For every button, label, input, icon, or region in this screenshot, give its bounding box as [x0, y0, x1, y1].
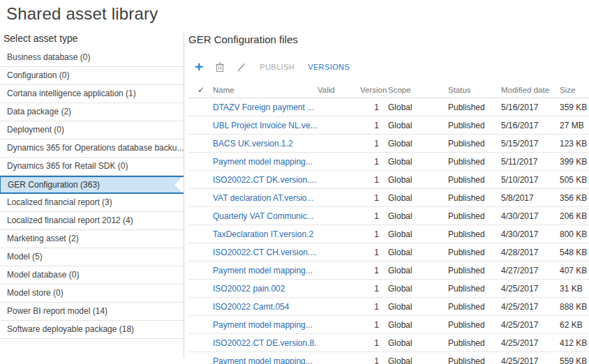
asset-type-label: GER Configuration (363): [8, 180, 100, 190]
col-header-scope[interactable]: Scope: [388, 86, 448, 94]
scope-cell: Global: [388, 193, 448, 203]
table-row[interactable]: Payment model mapping... 1 Global Publis…: [188, 153, 589, 171]
edit-pencil-icon[interactable]: [237, 62, 246, 72]
table-row[interactable]: ISO20022.CT DE.version.8... 1 Global Pub…: [188, 334, 589, 352]
main-panels: Select asset type Business database (0) …: [0, 33, 589, 358]
asset-type-item[interactable]: Business database (0): [0, 49, 184, 67]
asset-type-item[interactable]: Cortana intelligence application (1): [0, 85, 184, 103]
modified-date-cell: 5/16/2017: [501, 103, 560, 112]
table-row[interactable]: UBL Project Invoice NL.ve... 1 Global Pu…: [188, 116, 589, 135]
table-row[interactable]: ISO20022.CT CH.version.... 1 Global Publ…: [188, 243, 589, 261]
content-panel: GER Configuration files +: [184, 33, 589, 358]
asset-type-item[interactable]: Marketing asset (2): [0, 230, 184, 248]
table-row[interactable]: DTAZV Foreign payment ... 1 Global Publi…: [188, 98, 589, 116]
table-row[interactable]: Quarterly VAT Communic... 1 Global Publi…: [188, 207, 589, 225]
version-cell: 1: [360, 103, 388, 112]
asset-type-label: Localized financial report 2012 (4): [7, 215, 133, 225]
table-row[interactable]: Payment model mapping... 1 Global Publis…: [188, 261, 589, 280]
size-cell: 407 KB: [560, 266, 589, 275]
modified-date-cell: 4/25/2017: [501, 338, 560, 348]
file-name-link[interactable]: BACS UK.version.1.2: [213, 139, 293, 149]
file-name-link[interactable]: Payment model mapping...: [213, 266, 313, 275]
asset-type-label: Deployment (0): [7, 125, 64, 135]
asset-type-label: Model (5): [7, 252, 43, 261]
modified-date-cell: 5/11/2017: [501, 157, 560, 167]
toolbar: +: [188, 59, 589, 75]
size-cell: 505 KB: [560, 175, 589, 185]
size-cell: 206 KB: [560, 211, 589, 221]
add-icon[interactable]: +: [195, 60, 203, 74]
file-name-link[interactable]: ISO20022.CT DK.version....: [213, 175, 317, 185]
table-row[interactable]: TaxDeclaration IT.version.2 1 Global Pub…: [188, 225, 589, 243]
version-cell: 1: [360, 356, 388, 364]
modified-date-cell: 4/25/2017: [501, 320, 560, 330]
file-name-link[interactable]: Quarterly VAT Communic...: [213, 211, 314, 221]
table-row[interactable]: ISO20022.CT DK.version.... 1 Global Publ…: [188, 171, 589, 189]
versions-button[interactable]: VERSIONS: [308, 63, 350, 71]
file-name-link[interactable]: ISO20022 Camt.054: [213, 302, 289, 312]
col-header-status[interactable]: Status: [448, 86, 501, 94]
file-name-link[interactable]: DTAZV Foreign payment ...: [213, 103, 314, 112]
col-header-modified-date[interactable]: Modified date: [501, 86, 560, 94]
asset-type-item[interactable]: Model (5): [0, 248, 184, 266]
col-header-version[interactable]: Version: [360, 86, 388, 94]
version-cell: 1: [360, 121, 388, 130]
modified-date-cell: 5/15/2017: [501, 139, 560, 149]
asset-type-item[interactable]: Model store (0): [0, 285, 184, 303]
select-all-check-icon[interactable]: ✓: [197, 85, 213, 95]
col-header-valid[interactable]: Valid: [318, 86, 360, 94]
modified-date-cell: 4/28/2017: [501, 248, 560, 257]
file-name-link[interactable]: VAT declaration AT.versio...: [213, 193, 314, 203]
file-name-link[interactable]: Payment model mapping...: [213, 157, 313, 167]
publish-button[interactable]: PUBLISH: [260, 63, 294, 71]
asset-type-label: Dynamics 365 for Retail SDK (0): [7, 161, 128, 171]
file-name-link[interactable]: Payment model mapping...: [213, 356, 313, 364]
file-name-link[interactable]: ISO20022.CT CH.version....: [213, 248, 317, 257]
asset-type-item[interactable]: GER Configuration (363): [0, 176, 184, 194]
table-row[interactable]: Payment model mapping... 1 Global Publis…: [188, 316, 589, 334]
asset-type-item[interactable]: Dynamics 365 for Retail SDK (0): [0, 158, 184, 176]
table-row[interactable]: VAT declaration AT.versio... 1 Global Pu…: [188, 189, 589, 207]
table-row[interactable]: ISO20022 Camt.054 1 Global Published 4/2…: [188, 298, 589, 316]
asset-type-item[interactable]: Configuration (0): [0, 67, 184, 85]
status-cell: Published: [448, 356, 501, 364]
table-row[interactable]: ISO20022 pain.002 1 Global Published 4/2…: [188, 280, 589, 298]
asset-type-item[interactable]: Localized financial report 2012 (4): [0, 212, 184, 230]
delete-trash-icon[interactable]: [215, 62, 225, 73]
version-cell: 1: [360, 338, 388, 348]
asset-type-item[interactable]: Deployment (0): [0, 121, 184, 139]
modified-date-cell: 4/25/2017: [501, 284, 560, 294]
status-cell: Published: [448, 103, 501, 112]
modified-date-cell: 5/8/2017: [501, 193, 560, 203]
size-cell: 123 KB: [560, 139, 589, 149]
asset-type-item[interactable]: Localized financial report (3): [0, 194, 184, 212]
version-cell: 1: [360, 284, 388, 294]
scope-cell: Global: [388, 211, 448, 221]
size-cell: 399 KB: [560, 157, 589, 167]
asset-type-item[interactable]: Power BI report model (14): [0, 303, 184, 321]
table-row[interactable]: BACS UK.version.1.2 1 Global Published 5…: [188, 135, 589, 153]
asset-type-item[interactable]: Model database (0): [0, 266, 184, 285]
file-name-link[interactable]: UBL Project Invoice NL.ve...: [213, 121, 318, 130]
file-name-link[interactable]: ISO20022 pain.002: [213, 284, 285, 294]
asset-type-label: Business database (0): [7, 52, 90, 62]
status-cell: Published: [448, 157, 501, 167]
col-header-name[interactable]: Name: [213, 86, 318, 94]
file-name-link[interactable]: Payment model mapping...: [213, 320, 313, 330]
asset-type-item[interactable]: Software deployable package (18): [0, 321, 184, 339]
asset-type-item[interactable]: Data package (2): [0, 103, 184, 121]
scope-cell: Global: [388, 320, 448, 330]
asset-type-label: Model store (0): [7, 288, 64, 298]
status-cell: Published: [448, 302, 501, 312]
table-row[interactable]: Payment model mapping... 1 Global Publis…: [188, 352, 589, 364]
asset-type-item[interactable]: Dynamics 365 for Operations database bac…: [0, 139, 184, 158]
size-cell: 62 KB: [560, 320, 589, 330]
modified-date-cell: 5/16/2017: [501, 121, 560, 130]
asset-type-label: Data package (2): [7, 107, 71, 116]
file-name-link[interactable]: ISO20022.CT DE.version.8...: [213, 338, 318, 348]
col-header-size[interactable]: Size: [560, 86, 589, 94]
version-cell: 1: [360, 157, 388, 167]
asset-type-label: Power BI report model (14): [7, 306, 107, 316]
version-cell: 1: [360, 193, 388, 203]
file-name-link[interactable]: TaxDeclaration IT.version.2: [213, 229, 313, 239]
